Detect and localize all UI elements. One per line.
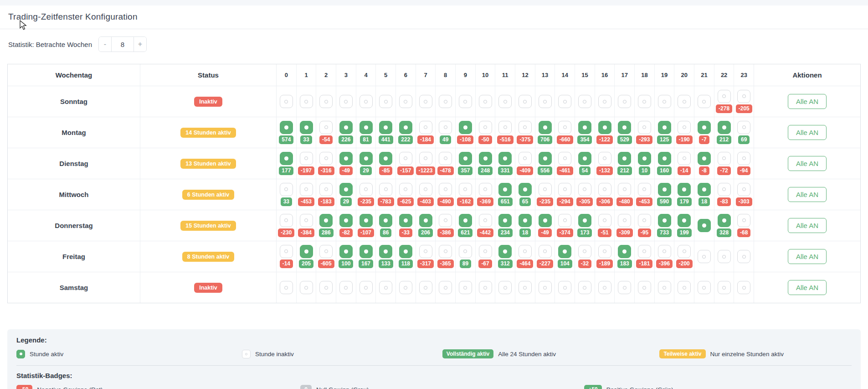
hour-toggle[interactable] bbox=[578, 121, 591, 134]
hour-toggle[interactable] bbox=[399, 152, 412, 165]
hour-toggle[interactable] bbox=[300, 183, 313, 196]
all-on-button[interactable]: Alle AN bbox=[788, 156, 827, 171]
hour-toggle[interactable] bbox=[399, 121, 412, 134]
hour-toggle[interactable] bbox=[360, 95, 373, 108]
hour-toggle[interactable] bbox=[319, 281, 333, 294]
hour-toggle[interactable] bbox=[498, 152, 512, 165]
hour-toggle[interactable] bbox=[578, 183, 591, 196]
hour-toggle[interactable] bbox=[339, 214, 353, 227]
hour-toggle[interactable] bbox=[339, 121, 353, 134]
hour-toggle[interactable] bbox=[618, 281, 631, 294]
hour-toggle[interactable] bbox=[718, 121, 731, 134]
hour-toggle[interactable] bbox=[658, 152, 671, 165]
hour-toggle[interactable] bbox=[439, 245, 452, 258]
hour-toggle[interactable] bbox=[598, 152, 611, 165]
hour-toggle[interactable] bbox=[638, 183, 651, 196]
hour-toggle[interactable] bbox=[360, 281, 373, 294]
hour-toggle[interactable] bbox=[439, 183, 452, 196]
hour-toggle[interactable] bbox=[300, 121, 313, 134]
hour-toggle[interactable] bbox=[539, 214, 552, 227]
hour-toggle[interactable] bbox=[339, 152, 353, 165]
hour-toggle[interactable] bbox=[698, 183, 711, 196]
all-on-button[interactable]: Alle AN bbox=[788, 218, 827, 233]
hour-toggle[interactable] bbox=[718, 214, 731, 227]
hour-toggle[interactable] bbox=[439, 95, 452, 108]
hour-toggle[interactable] bbox=[498, 281, 512, 294]
hour-toggle[interactable] bbox=[399, 245, 412, 258]
hour-toggle[interactable] bbox=[360, 152, 373, 165]
hour-toggle[interactable] bbox=[339, 95, 353, 108]
hour-toggle[interactable] bbox=[439, 152, 452, 165]
hour-toggle[interactable] bbox=[638, 95, 651, 108]
hour-toggle[interactable] bbox=[300, 245, 313, 258]
hour-toggle[interactable] bbox=[360, 214, 373, 227]
hour-toggle[interactable] bbox=[319, 95, 333, 108]
hour-toggle[interactable] bbox=[439, 214, 452, 227]
hour-toggle[interactable] bbox=[618, 121, 631, 134]
hour-toggle[interactable] bbox=[379, 214, 392, 227]
hour-toggle[interactable] bbox=[558, 245, 571, 258]
hour-toggle[interactable] bbox=[479, 281, 492, 294]
hour-toggle[interactable] bbox=[718, 250, 731, 263]
hour-toggle[interactable] bbox=[399, 281, 412, 294]
hour-toggle[interactable] bbox=[737, 214, 750, 227]
hour-toggle[interactable] bbox=[539, 121, 552, 134]
hour-toggle[interactable] bbox=[300, 214, 313, 227]
hour-toggle[interactable] bbox=[379, 183, 392, 196]
hour-toggle[interactable] bbox=[598, 281, 611, 294]
all-on-button[interactable]: Alle AN bbox=[788, 125, 827, 140]
hour-toggle[interactable] bbox=[459, 183, 472, 196]
hour-toggle[interactable] bbox=[638, 281, 651, 294]
hour-toggle[interactable] bbox=[479, 245, 492, 258]
hour-toggle[interactable] bbox=[698, 121, 711, 134]
hour-toggle[interactable] bbox=[399, 183, 412, 196]
hour-toggle[interactable] bbox=[280, 245, 293, 258]
hour-toggle[interactable] bbox=[519, 214, 532, 227]
hour-toggle[interactable] bbox=[678, 245, 691, 258]
hour-toggle[interactable] bbox=[539, 95, 552, 108]
hour-toggle[interactable] bbox=[678, 95, 691, 108]
hour-toggle[interactable] bbox=[339, 281, 353, 294]
hour-toggle[interactable] bbox=[618, 152, 631, 165]
all-on-button[interactable]: Alle AN bbox=[788, 280, 827, 295]
hour-toggle[interactable] bbox=[479, 214, 492, 227]
hour-toggle[interactable] bbox=[379, 121, 392, 134]
hour-toggle[interactable] bbox=[737, 121, 750, 134]
hour-toggle[interactable] bbox=[459, 214, 472, 227]
hour-toggle[interactable] bbox=[319, 214, 333, 227]
hour-toggle[interactable] bbox=[598, 245, 611, 258]
hour-toggle[interactable] bbox=[319, 183, 333, 196]
all-on-button[interactable]: Alle AN bbox=[788, 94, 827, 109]
hour-toggle[interactable] bbox=[578, 152, 591, 165]
hour-toggle[interactable] bbox=[519, 121, 532, 134]
hour-toggle[interactable] bbox=[578, 95, 591, 108]
hour-toggle[interactable] bbox=[399, 95, 412, 108]
weeks-decrement-button[interactable]: - bbox=[99, 37, 112, 52]
hour-toggle[interactable] bbox=[280, 281, 293, 294]
hour-toggle[interactable] bbox=[618, 95, 631, 108]
hour-toggle[interactable] bbox=[718, 90, 731, 103]
hour-toggle[interactable] bbox=[678, 121, 691, 134]
hour-toggle[interactable] bbox=[539, 245, 552, 258]
hour-toggle[interactable] bbox=[519, 183, 532, 196]
hour-toggle[interactable] bbox=[658, 281, 671, 294]
hour-toggle[interactable] bbox=[698, 219, 711, 232]
hour-toggle[interactable] bbox=[498, 245, 512, 258]
hour-toggle[interactable] bbox=[558, 121, 571, 134]
hour-toggle[interactable] bbox=[419, 152, 432, 165]
hour-toggle[interactable] bbox=[678, 152, 691, 165]
hour-toggle[interactable] bbox=[598, 214, 611, 227]
hour-toggle[interactable] bbox=[519, 245, 532, 258]
hour-toggle[interactable] bbox=[300, 95, 313, 108]
hour-toggle[interactable] bbox=[300, 281, 313, 294]
hour-toggle[interactable] bbox=[498, 214, 512, 227]
hour-toggle[interactable] bbox=[737, 152, 750, 165]
hour-toggle[interactable] bbox=[479, 121, 492, 134]
hour-toggle[interactable] bbox=[379, 245, 392, 258]
hour-toggle[interactable] bbox=[498, 121, 512, 134]
hour-toggle[interactable] bbox=[280, 121, 293, 134]
all-on-button[interactable]: Alle AN bbox=[788, 249, 827, 264]
hour-toggle[interactable] bbox=[539, 183, 552, 196]
all-on-button[interactable]: Alle AN bbox=[788, 187, 827, 202]
weeks-value-input[interactable] bbox=[112, 37, 134, 52]
